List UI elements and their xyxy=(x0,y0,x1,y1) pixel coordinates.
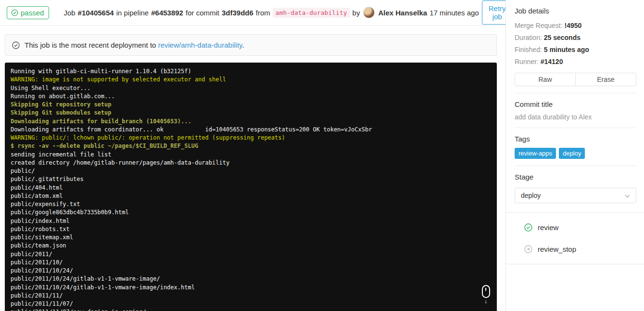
author-avatar[interactable] xyxy=(363,7,375,18)
time-ago: 17 minutes ago xyxy=(429,9,479,17)
commit-sha-link[interactable]: 3df39dd6 xyxy=(222,9,253,17)
commit-title-section: Commit title add data durability to Alex xyxy=(506,93,644,128)
log-line: public/robots.txt xyxy=(11,226,70,233)
log-actions: Raw Erase xyxy=(515,73,636,86)
status-label: passed xyxy=(21,9,44,17)
log-line: public/index.html xyxy=(11,218,70,224)
stage-selected-value: deploy xyxy=(521,192,541,199)
log-line: Skipping Git submodules setup xyxy=(11,109,112,116)
pipeline-number-link[interactable]: #6453892 xyxy=(151,9,183,17)
log-line: public/2011/10/ xyxy=(11,259,63,266)
status-badge[interactable]: passed xyxy=(7,6,49,19)
log-line: Running with gitlab-ci-multi-runner 1.10… xyxy=(11,68,191,75)
log-line: public/team.json xyxy=(11,242,66,249)
log-line: Running on about.gitlab.com... xyxy=(11,93,115,100)
notice-suffix: . xyxy=(242,41,244,49)
tags-heading: Tags xyxy=(515,135,636,143)
job-details-section: Job details Merge Request: !4950 Duratio… xyxy=(506,0,644,93)
runner-label: Runner: xyxy=(515,58,539,65)
tags-list: review-appsdeploy xyxy=(515,148,636,159)
in-pipeline-word: in pipeline xyxy=(116,9,149,17)
from-word: from xyxy=(256,9,270,17)
job-header: passed Job #10405654 in pipeline #645389… xyxy=(0,0,505,26)
runner-value: #14120 xyxy=(541,58,563,65)
log-line: public/404.html xyxy=(11,184,63,191)
author-name-link[interactable]: Alex Hanselka xyxy=(378,9,427,17)
for-commit-word: for commit xyxy=(186,9,219,17)
branch-link[interactable]: amh-data-durability xyxy=(273,8,350,18)
job-log: Running with gitlab-ci-multi-runner 1.10… xyxy=(5,63,497,311)
log-container: Running with gitlab-ci-multi-runner 1.10… xyxy=(5,63,497,311)
commit-title-heading: Commit title xyxy=(515,100,636,108)
tag-badge: review-apps xyxy=(515,148,556,159)
notice-text: This job is the most recent deployment t… xyxy=(25,41,244,49)
stage-section: Stage deploy xyxy=(506,166,644,212)
tag-badge: deploy xyxy=(559,148,585,159)
log-line: public/2011/11/07/ xyxy=(11,300,73,307)
log-line: public/sitemap.xml xyxy=(11,234,73,241)
runner-row: Runner: #14120 xyxy=(515,56,636,68)
status-passed-icon xyxy=(524,223,532,232)
log-line: WARNING: public/: lchown public/: operat… xyxy=(11,134,285,141)
job-row-review[interactable]: review xyxy=(506,217,644,238)
job-details-title: Job details xyxy=(515,7,636,15)
duration-label: Duration: xyxy=(515,34,542,41)
commit-title-text: add data durability to Alex xyxy=(515,113,636,121)
duration-value: 25 seconds xyxy=(544,34,581,41)
duration-row: Duration: 25 seconds xyxy=(515,32,636,44)
log-line: public/google863dbc4b7335b0b9.html xyxy=(11,209,129,216)
by-word: by xyxy=(353,9,360,17)
deployment-notice: This job is the most recent deployment t… xyxy=(5,34,497,56)
job-sidebar: Job details Merge Request: !4950 Duratio… xyxy=(505,0,644,311)
job-title: Job #10405654 in pipeline #6453892 for c… xyxy=(63,7,479,18)
log-line: Downloading artifacts from coordinator..… xyxy=(11,126,372,133)
log-line: public/2011/10/24/ xyxy=(11,267,73,274)
raw-button[interactable]: Raw xyxy=(515,73,576,86)
stage-heading: Stage xyxy=(515,173,636,181)
job-row-review-stop[interactable]: review_stop xyxy=(506,238,644,260)
notice-text-main: This job is the most recent deployment t… xyxy=(25,41,156,49)
merge-request-label: Merge Request: xyxy=(515,22,563,29)
merge-request-link[interactable]: !4950 xyxy=(565,22,582,29)
stage-dropdown[interactable]: deploy xyxy=(515,188,636,203)
log-line: WARNING: image is not supported by selec… xyxy=(11,76,226,83)
tags-section: Tags review-appsdeploy xyxy=(506,128,644,166)
chevron-down-icon xyxy=(625,192,630,199)
log-line: sending incremental file list xyxy=(11,151,112,158)
log-line: public/2011/ xyxy=(11,251,52,258)
log-line: public/expensify.txt xyxy=(11,201,80,207)
job-word: Job xyxy=(63,9,75,17)
job-name: review_stop xyxy=(538,245,576,253)
log-line: public/2011/10/24/gitlab-v1-1-vmware-ima… xyxy=(11,284,195,291)
arrow-down-icon: ↓ xyxy=(484,299,487,304)
job-number: #10405654 xyxy=(78,9,114,17)
job-name: review xyxy=(538,223,558,232)
log-line: Using Shell executor... xyxy=(11,85,90,91)
job-page: passed Job #10405654 in pipeline #645389… xyxy=(0,0,644,311)
mouse-scroll-icon xyxy=(482,285,490,298)
log-line: public/.gitattributes xyxy=(11,176,84,182)
log-line: $ rsync -av --delete public ~/pages/$CI_… xyxy=(11,143,198,149)
finished-label: Finished: xyxy=(515,46,542,53)
log-line: created directory /home/gitlab-runner/pa… xyxy=(11,159,229,166)
check-circle-icon xyxy=(11,9,18,16)
stage-jobs-list: review review_stop xyxy=(506,212,644,264)
finished-row: Finished: 5 minutes ago xyxy=(515,44,636,56)
log-line: public/atom.xml xyxy=(11,193,63,199)
log-line: Downloading artifacts for build_branch (… xyxy=(11,118,191,125)
erase-button[interactable]: Erase xyxy=(576,73,636,86)
log-line: public/2011/11/ xyxy=(11,292,63,299)
main-column: passed Job #10405654 in pipeline #645389… xyxy=(0,0,505,311)
log-line: public/2011/10/24/gitlab-v1-1-vmware-ima… xyxy=(11,275,160,282)
scroll-down-control[interactable]: ↓ xyxy=(480,285,491,304)
check-circle-icon xyxy=(12,41,20,49)
status-manual-icon xyxy=(524,245,532,253)
log-line: Skipping Git repository setup xyxy=(11,101,112,108)
log-line: public/ xyxy=(11,168,35,174)
merge-request-row: Merge Request: !4950 xyxy=(515,20,636,32)
finished-value: 5 minutes ago xyxy=(544,46,589,53)
log-line: public/2011/11/07/new-design-is-coming/ xyxy=(11,309,146,311)
environment-link[interactable]: review/amh-data-durability xyxy=(158,41,242,49)
